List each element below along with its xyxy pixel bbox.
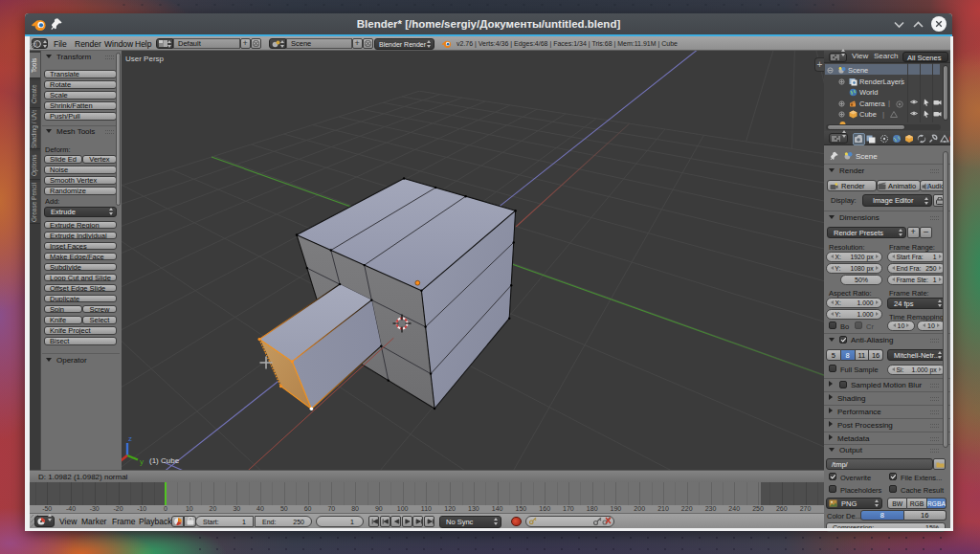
svg-text:z: z	[128, 434, 132, 443]
svg-text:i: i	[36, 41, 37, 47]
svg-text:y: y	[140, 457, 144, 466]
